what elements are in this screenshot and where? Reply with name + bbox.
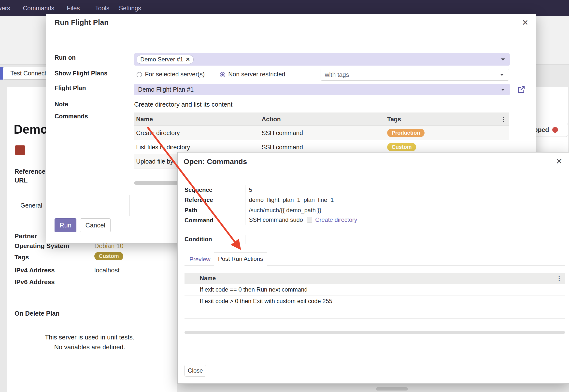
with-tags-placeholder: with tags bbox=[325, 71, 349, 78]
radio-non-server-restricted-label[interactable]: Non server restricted bbox=[228, 71, 285, 78]
flight-plan-label: Flight Plan bbox=[55, 84, 86, 92]
note-label: Note bbox=[55, 101, 68, 108]
chevron-down-icon[interactable] bbox=[500, 74, 504, 76]
sudo-checkbox[interactable] bbox=[307, 217, 312, 223]
tag-badge: Production bbox=[387, 129, 425, 137]
chevron-down-icon[interactable] bbox=[501, 58, 505, 61]
ipv6-label: IPv6 Address bbox=[14, 278, 55, 286]
table-header: Name ⋮ bbox=[185, 273, 565, 284]
header-divider bbox=[178, 177, 569, 177]
path-value: /such/much/{{ demo_path }} bbox=[249, 207, 321, 214]
empty-row bbox=[185, 307, 565, 319]
page-title: Demo bbox=[14, 122, 48, 137]
close-icon[interactable]: ✕ bbox=[556, 157, 562, 165]
tags-label: Tags bbox=[14, 253, 29, 261]
flight-plan-select[interactable]: Demo Flight Plan #1 bbox=[134, 84, 510, 95]
command-label: Command bbox=[185, 217, 213, 224]
radio-for-selected-servers-label[interactable]: For selected server(s) bbox=[145, 71, 205, 78]
sequence-label: Sequence bbox=[185, 186, 212, 193]
action-cell: SSH command bbox=[262, 129, 303, 136]
variables-note: No variables are defined. bbox=[26, 343, 154, 351]
action-name-cell: If exit code == 0 then Run next command bbox=[200, 286, 308, 293]
reference-label: Reference bbox=[14, 168, 45, 175]
partner-label: Partner bbox=[14, 232, 37, 240]
chip-remove-icon[interactable]: ✕ bbox=[186, 56, 190, 62]
run-on-label: Run on bbox=[55, 54, 76, 61]
selector-column bbox=[185, 273, 196, 284]
url-label: URL bbox=[14, 177, 28, 184]
tags-badge-wrap: Custom bbox=[94, 252, 123, 260]
reference-value: demo_flight_plan_1_plan_line_1 bbox=[249, 196, 334, 203]
form-divider bbox=[245, 185, 245, 225]
left-accent-bar bbox=[0, 67, 3, 80]
command-name-cell: List files in directory bbox=[136, 143, 190, 151]
column-header-action[interactable]: Action bbox=[262, 115, 281, 123]
tags-badge: Custom bbox=[94, 252, 123, 260]
kebab-menu-icon[interactable]: ⋮ bbox=[556, 275, 562, 282]
open-commands-modal: Open: Commands ✕ Sequence Reference Path… bbox=[177, 152, 569, 384]
ipv4-label: IPv4 Address bbox=[14, 266, 55, 274]
column-header-name[interactable]: Name bbox=[136, 115, 153, 123]
background-scrollbar-thumb[interactable] bbox=[376, 387, 408, 391]
close-button[interactable]: Close bbox=[185, 365, 206, 377]
command-row: SSH command sudo Create directory bbox=[249, 216, 357, 223]
tab-preview[interactable]: Preview bbox=[189, 256, 210, 263]
close-icon[interactable]: ✕ bbox=[522, 19, 528, 27]
command-name-cell: Create directory bbox=[136, 129, 180, 136]
run-on-field[interactable]: Demo Server #1 ✕ bbox=[134, 53, 510, 66]
modal-title: Run Flight Plan bbox=[55, 18, 109, 27]
column-header-tags[interactable]: Tags bbox=[387, 115, 401, 123]
commands-label: Commands bbox=[55, 113, 88, 120]
form-divider bbox=[245, 235, 245, 244]
label-value-divider bbox=[89, 308, 89, 323]
table-row[interactable]: Create directory SSH command Production bbox=[134, 126, 509, 140]
reference-label: Reference bbox=[185, 196, 213, 203]
run-button[interactable]: Run bbox=[55, 218, 76, 232]
operating-system-value: Debian 10 bbox=[94, 242, 124, 250]
create-directory-link[interactable]: Create directory bbox=[315, 216, 357, 223]
ipv4-value: localhost bbox=[94, 266, 120, 274]
cancel-button[interactable]: Cancel bbox=[80, 218, 111, 232]
color-swatch bbox=[15, 145, 25, 155]
radio-non-server-restricted[interactable] bbox=[220, 72, 225, 77]
tab-post-run-actions[interactable]: Post Run Actions bbox=[214, 252, 267, 266]
sequence-value: 5 bbox=[249, 186, 252, 193]
tag-badge: Custom bbox=[387, 143, 416, 151]
action-cell: SSH command bbox=[262, 143, 303, 151]
tag-badge-wrap: Production bbox=[387, 129, 425, 137]
column-header-name[interactable]: Name bbox=[200, 275, 216, 282]
command-name-cell: Upload file by bbox=[136, 158, 173, 165]
unit-test-note: This server is used in unit tests. bbox=[26, 334, 154, 341]
radio-for-selected-servers[interactable] bbox=[137, 72, 142, 77]
command-value: SSH command sudo bbox=[249, 216, 303, 223]
tab-general[interactable]: General bbox=[15, 199, 51, 212]
screen: Servers Commands Files Tools Settings Te… bbox=[0, 0, 569, 392]
post-run-actions-table: Name ⋮ If exit code == 0 then Run next c… bbox=[185, 273, 565, 319]
status-dot-icon bbox=[552, 127, 558, 133]
condition-label: Condition bbox=[185, 236, 212, 243]
operating-system-label: Operating System bbox=[14, 242, 69, 250]
server-chip-label: Demo Server #1 bbox=[140, 56, 183, 63]
with-tags-select[interactable]: with tags bbox=[321, 69, 509, 81]
nav-item-servers[interactable]: Servers bbox=[0, 0, 10, 16]
table-scrollbar-track[interactable] bbox=[185, 331, 565, 334]
background-strip bbox=[177, 384, 569, 392]
external-link-icon[interactable] bbox=[516, 85, 526, 94]
chevron-down-icon[interactable] bbox=[501, 89, 505, 91]
show-flight-plans-label: Show Flight Plans bbox=[55, 70, 107, 77]
form-divider bbox=[129, 195, 130, 216]
table-header: Name Action Tags ⋮ bbox=[134, 112, 509, 126]
action-row[interactable]: If exit code > 0 then Exit with custom e… bbox=[185, 295, 565, 307]
path-label: Path bbox=[185, 207, 197, 214]
tag-badge-wrap: Custom bbox=[387, 143, 416, 151]
kebab-menu-icon[interactable]: ⋮ bbox=[500, 115, 507, 123]
action-name-cell: If exit code > 0 then Exit with custom e… bbox=[200, 298, 332, 305]
on-delete-plan-label: On Delete Plan bbox=[14, 310, 60, 317]
action-row[interactable]: If exit code == 0 then Run next command bbox=[185, 284, 565, 295]
flight-plan-value: Demo Flight Plan #1 bbox=[138, 86, 194, 93]
server-chip[interactable]: Demo Server #1 ✕ bbox=[137, 55, 194, 64]
note-value: Create directory and list its content bbox=[134, 101, 232, 108]
modal-title: Open: Commands bbox=[184, 157, 247, 166]
